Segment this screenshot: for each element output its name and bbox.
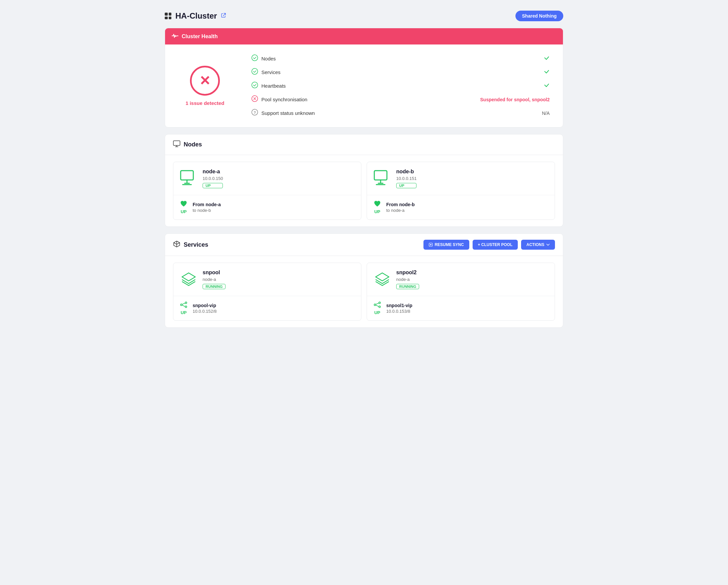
snpool-vip-ip: 10.0.0.152/8 [192,309,216,314]
svg-point-2 [252,82,258,88]
check-icon-heartbeats [252,82,258,90]
node-a-name: node-a [203,169,223,175]
node-b-top: node-b 10.0.0.151 UP [367,162,555,195]
check-left-support: ? Support status unknown [252,109,315,117]
actions-button[interactable]: ACTIONS [521,240,555,250]
services-header-buttons: RESUME SYNC + CLUSTER POOL ACTIONS [423,240,555,250]
node-a-top: node-a 10.0.0.150 UP [173,162,361,195]
check-label-services: Services [261,70,281,75]
snpool-vip-status: UP [180,301,187,315]
svg-point-10 [430,244,432,245]
check-label-nodes: Nodes [261,56,276,61]
snpool2-top: snpool2 node-a RUNNING [367,263,555,296]
external-link-icon[interactable] [221,12,226,19]
check-label-pool-sync: Pool synchronisation [261,97,307,102]
node-b-hb-label: From node-b [386,202,415,207]
snpool2-name: snpool2 [396,270,419,275]
nodes-grid: node-a 10.0.0.150 UP UP [165,155,563,227]
monitor-section-icon [173,140,180,149]
node-a-hb-left: UP [180,201,187,214]
check-right-support: N/A [542,111,550,116]
snpool2-card: snpool2 node-a RUNNING [367,263,555,321]
snpool-top: snpool node-a RUNNING [173,263,361,296]
snpool2-vip-status-text: UP [374,310,380,315]
node-b-hb-left: UP [374,201,381,214]
services-header: Services RESUME SYNC + CLUSTER POOL ACTI… [165,234,563,256]
snpool2-vip-ip: 10.0.0.153/8 [386,309,413,314]
page-title: HA-Cluster [175,11,217,21]
nodes-header: Nodes [165,134,563,155]
header: HA-Cluster Shared Nothing [165,7,563,28]
snpool2-vip-name: snpool1-vip [386,303,413,308]
svg-point-13 [185,306,187,308]
check-right-pool-sync: Suspended for snpool, snpool2 [480,97,550,102]
node-a-hb-sub: to node-b [192,208,221,213]
svg-text:?: ? [254,111,256,114]
check-label-support: Support status unknown [261,110,315,116]
check-icon-support: ? [252,109,258,117]
nodes-section: Nodes node-a 10.0.0.150 UP [165,134,563,227]
node-a-monitor-icon [180,170,197,187]
snpool2-vip-row: UP snpool1-vip 10.0.0.153/8 [367,296,555,320]
node-a-hb-info: From node-a to node-b [192,202,221,213]
services-section: Services RESUME SYNC + CLUSTER POOL ACTI… [165,233,563,328]
node-b-card: node-b 10.0.0.151 UP UP [367,162,555,220]
node-a-card: node-a 10.0.0.150 UP UP [173,162,361,220]
resume-sync-button[interactable]: RESUME SYNC [423,240,469,250]
check-right-services [544,69,550,76]
node-a-heartbeat: UP From node-a to node-b [173,195,361,219]
cluster-health-header: Cluster Health [165,28,563,45]
check-left-nodes: Nodes [252,54,276,63]
node-b-monitor-icon [374,170,391,187]
snpool2-vip-share-icon [374,301,381,310]
check-row-heartbeats: Heartbeats [252,82,550,90]
health-body: ✕ 1 issue detected Nodes [165,45,563,127]
snpool-node: node-a [203,277,226,282]
issue-circle: ✕ [190,66,220,96]
check-row-nodes: Nodes [252,54,550,63]
services-section-icon [173,240,180,249]
node-b-info: node-b 10.0.0.151 UP [396,169,416,188]
snpool-vip-row: UP snpool-vip 10.0.0.152/8 [173,296,361,320]
check-row-services: Services [252,68,550,76]
check-icon-nodes [252,54,258,63]
snpool2-info: snpool2 node-a RUNNING [396,270,419,289]
svg-point-14 [379,302,381,304]
check-row-support: ? Support status unknown N/A [252,109,550,117]
check-right-heartbeats [544,82,550,90]
svg-point-0 [252,55,258,61]
check-right-nodes [544,55,550,62]
node-a-info: node-a 10.0.0.150 UP [203,169,223,188]
snpool-name: snpool [203,270,226,275]
node-a-heart-icon [180,201,187,209]
snpool2-status-badge: RUNNING [396,284,419,289]
health-checks: Nodes Services [252,54,550,117]
snpool2-vip-info: snpool1-vip 10.0.0.153/8 [386,303,413,314]
shared-nothing-button[interactable]: Shared Nothing [516,10,563,21]
snpool-stack-icon [180,271,197,288]
snpool-vip-status-text: UP [181,310,187,315]
node-a-status-badge: UP [203,183,223,188]
node-b-heart-icon [374,201,381,209]
svg-rect-8 [374,171,387,180]
check-icon-services [252,68,258,76]
cluster-health-title: Cluster Health [182,33,217,39]
svg-rect-6 [173,141,180,145]
svg-rect-7 [181,171,193,180]
issue-x-icon: ✕ [199,74,211,87]
node-b-heartbeat: UP From node-b to node-a [367,195,555,219]
node-b-status-badge: UP [396,183,416,188]
node-a-hb-label: From node-a [192,202,221,207]
snpool-vip-share-icon [180,301,187,310]
cluster-health-section: Cluster Health ✕ 1 issue detected Nodes [165,28,563,128]
check-icon-pool-sync [252,95,258,104]
grid-icon [165,12,172,19]
cluster-pool-button[interactable]: + CLUSTER POOL [473,240,518,250]
svg-point-1 [252,69,258,74]
check-left-services: Services [252,68,281,76]
page-container: HA-Cluster Shared Nothing Cluster Health… [165,7,563,328]
node-b-hb-info: From node-b to node-a [386,202,415,213]
check-row-pool-sync: Pool synchronisation Suspended for snpoo… [252,95,550,104]
svg-point-16 [379,306,381,308]
check-left-heartbeats: Heartbeats [252,82,286,90]
